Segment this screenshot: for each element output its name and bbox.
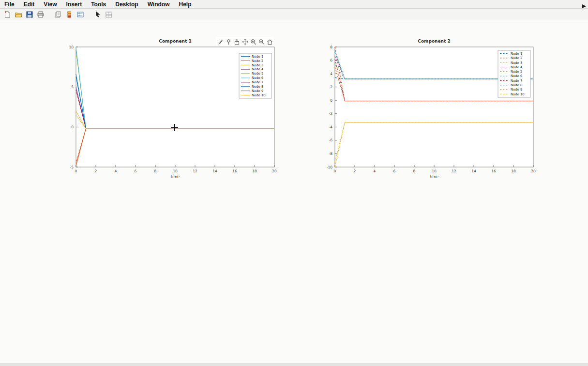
- y-tick-label: -5: [70, 165, 74, 169]
- legend-entry-label: Node 9: [511, 88, 522, 92]
- legend-entry-label: Node 4: [511, 65, 522, 69]
- menu-item-desktop[interactable]: Desktop: [115, 1, 138, 8]
- x-tick-label: 2: [95, 169, 97, 173]
- datatips-icon[interactable]: [225, 38, 232, 46]
- x-tick-label: 8: [154, 169, 157, 173]
- menu-item-view[interactable]: View: [44, 1, 57, 8]
- x-tick-label: 20: [531, 169, 536, 173]
- edit-plot-icon[interactable]: [93, 10, 102, 18]
- open-file-icon[interactable]: [14, 10, 22, 18]
- legend-entry-label: Node 1: [511, 52, 522, 56]
- y-tick-label: 10: [69, 45, 74, 49]
- menu-item-edit[interactable]: Edit: [24, 1, 35, 8]
- axes-toolbar: [216, 37, 274, 46]
- window-bottom-edge: [0, 363, 588, 366]
- y-tick-label: 0: [330, 98, 332, 103]
- y-tick-label: 0: [71, 125, 74, 129]
- y-tick-label: -4: [329, 125, 333, 129]
- x-tick-label: 14: [212, 169, 217, 173]
- property-inspector-icon[interactable]: [105, 10, 113, 18]
- legend-entry-label: Node 10: [511, 92, 525, 96]
- x-tick-label: 10: [173, 169, 178, 173]
- export-icon[interactable]: [233, 38, 241, 46]
- zoom-out-icon[interactable]: [258, 38, 265, 46]
- menu-item-file[interactable]: File: [4, 1, 15, 8]
- x-tick-label: 8: [413, 169, 416, 173]
- x-tick-label: 16: [232, 169, 237, 173]
- menu-item-tools[interactable]: Tools: [91, 1, 106, 8]
- legend-entry-label: Node 9: [252, 89, 263, 93]
- legend-entry-label: Node 2: [252, 59, 263, 63]
- x-tick-label: 4: [115, 169, 117, 173]
- y-tick-label: -6: [329, 138, 333, 142]
- chart-title: Component 1: [159, 39, 191, 44]
- x-tick-label: 12: [193, 169, 197, 173]
- y-tick-label: 8: [330, 45, 332, 49]
- zoom-in-icon[interactable]: [250, 38, 257, 46]
- y-tick-label: 5: [71, 85, 74, 89]
- y-tick-label: 6: [330, 58, 332, 62]
- component1-chart[interactable]: 02468101214161820-50510Component 1timeNo…: [63, 36, 286, 184]
- chart-title: Component 2: [418, 39, 450, 44]
- new-figure-icon[interactable]: [3, 10, 11, 18]
- y-tick-label: -8: [329, 152, 333, 156]
- menu-bar: File Edit View Insert Tools Desktop Wind…: [0, 0, 588, 9]
- x-tick-label: 6: [135, 169, 137, 173]
- insert-colorbar-icon[interactable]: [65, 10, 73, 18]
- x-tick-label: 16: [491, 169, 496, 173]
- x-tick-label: 18: [252, 169, 257, 173]
- y-tick-label: 4: [330, 72, 332, 76]
- legend-entry-label: Node 3: [252, 63, 263, 67]
- menu-item-help[interactable]: Help: [179, 1, 192, 8]
- legend-entry-label: Node 8: [511, 83, 522, 87]
- legend-entry-label: Node 1: [252, 55, 263, 59]
- save-figure-icon[interactable]: [25, 10, 33, 18]
- menu-item-insert[interactable]: Insert: [66, 1, 82, 8]
- menu-item-window[interactable]: Window: [148, 1, 170, 8]
- x-tick-label: 0: [334, 169, 336, 173]
- legend-entry-label: Node 2: [511, 56, 522, 60]
- x-tick-label: 4: [374, 169, 376, 173]
- y-tick-label: 2: [330, 85, 332, 89]
- menu-overflow-arrow-icon[interactable]: [582, 2, 587, 7]
- x-tick-label: 6: [393, 169, 396, 173]
- x-tick-label: 2: [354, 169, 356, 173]
- legend-entry-label: Node 4: [252, 67, 263, 71]
- y-tick-label: -10: [327, 165, 332, 169]
- legend-entry-label: Node 10: [252, 93, 266, 97]
- brush-icon[interactable]: [217, 38, 224, 46]
- x-tick-label: 14: [471, 169, 476, 173]
- x-tick-label: 20: [272, 169, 277, 173]
- restore-view-icon[interactable]: [266, 38, 273, 46]
- legend-entry-label: Node 7: [511, 79, 522, 83]
- x-tick-label: 18: [511, 169, 516, 173]
- legend-entry-label: Node 5: [511, 70, 522, 74]
- legend-entry-label: Node 5: [252, 72, 263, 76]
- legend-entry-label: Node 8: [252, 85, 263, 89]
- x-tick-label: 0: [75, 169, 77, 173]
- pan-icon[interactable]: [241, 38, 249, 46]
- insert-legend-icon[interactable]: [76, 10, 84, 18]
- legend-entry-label: Node 6: [252, 76, 263, 80]
- figure-toolbar: [0, 9, 588, 20]
- x-axis-label: time: [171, 175, 180, 179]
- x-tick-label: 12: [452, 169, 456, 173]
- legend-entry-label: Node 6: [511, 74, 522, 78]
- y-tick-label: -2: [329, 111, 333, 116]
- legend-entry-label: Node 3: [511, 61, 522, 65]
- component2-chart[interactable]: 02468101214161820-10-8-6-4-202468Compone…: [322, 36, 544, 184]
- print-preview-icon[interactable]: [54, 10, 62, 18]
- x-axis-label: time: [430, 175, 438, 179]
- x-tick-label: 10: [432, 169, 437, 173]
- legend-entry-label: Node 7: [252, 80, 263, 84]
- print-figure-icon[interactable]: [36, 10, 45, 18]
